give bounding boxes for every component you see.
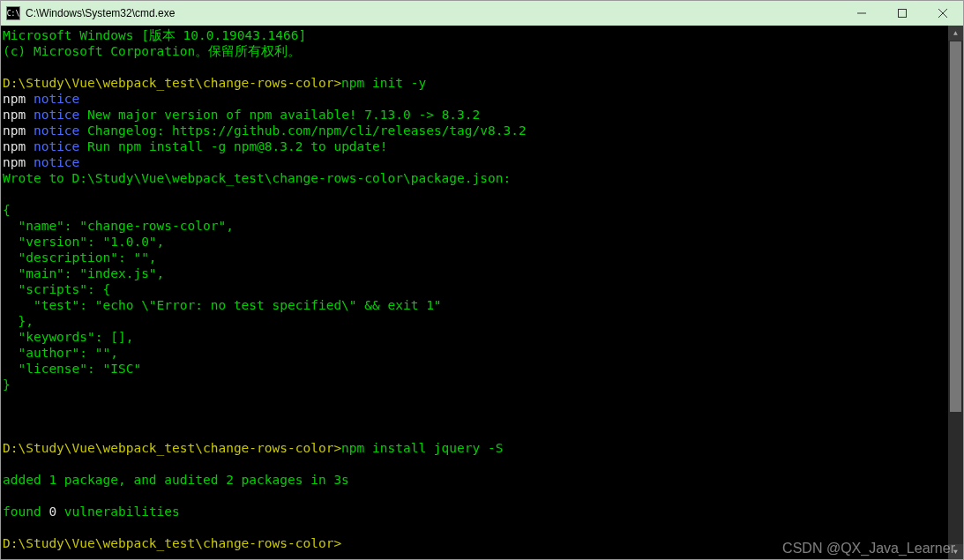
terminal-output[interactable]: Microsoft Windows [版本 10.0.19043.1466] (… — [1, 26, 948, 559]
notice-text: Run npm install -g npm@8.3.2 to update! — [87, 139, 387, 153]
wrote-to-line: Wrote to D:\Study\Vue\webpack_test\chang… — [3, 171, 511, 185]
json-line: "scripts": { — [3, 282, 110, 296]
scrollbar-thumb[interactable] — [950, 41, 961, 412]
command-text: npm install jquery -S — [341, 441, 503, 455]
json-line: "test": "echo \"Error: no test specified… — [3, 298, 442, 312]
app-icon: C:\ — [6, 6, 20, 20]
window-buttons — [841, 1, 963, 26]
notice-label: notice — [34, 123, 79, 138]
install-result: added 1 package, and audited 2 packages … — [3, 473, 349, 487]
json-line: "description": "", — [3, 250, 157, 265]
npm-label: npm — [3, 139, 26, 153]
notice-label: notice — [34, 155, 79, 169]
json-line: "main": "index.js", — [3, 266, 164, 280]
svg-rect-1 — [899, 10, 907, 18]
terminal-area: Microsoft Windows [版本 10.0.19043.1466] (… — [1, 26, 963, 559]
os-header-line: Microsoft Windows [版本 10.0.19043.1466] — [3, 28, 306, 42]
vertical-scrollbar[interactable]: ▲ ▼ — [948, 26, 963, 559]
npm-label: npm — [3, 123, 26, 138]
npm-label: npm — [3, 92, 26, 106]
npm-label: npm — [3, 108, 26, 122]
json-line: "author": "", — [3, 346, 118, 360]
copyright-line: (c) Microsoft Corporation。保留所有权利。 — [3, 44, 301, 58]
titlebar[interactable]: C:\ C:\Windows\System32\cmd.exe — [1, 1, 963, 26]
prompt-path: D:\Study\Vue\webpack_test\change-rows-co… — [3, 441, 341, 455]
scroll-down-button[interactable]: ▼ — [948, 544, 963, 559]
cmd-window: C:\ C:\Windows\System32\cmd.exe Microsof… — [0, 0, 964, 560]
vuln-text: found — [3, 504, 49, 519]
prompt-path: D:\Study\Vue\webpack_test\change-rows-co… — [3, 536, 341, 550]
prompt-path: D:\Study\Vue\webpack_test\change-rows-co… — [3, 76, 341, 90]
scroll-up-button[interactable]: ▲ — [948, 26, 963, 41]
notice-text: New major version of npm available! 7.13… — [87, 108, 480, 122]
notice-text: Changelog: https://github.com/npm/cli/re… — [87, 123, 527, 138]
json-line: "keywords": [], — [3, 330, 133, 344]
notice-label: notice — [34, 139, 79, 153]
json-line: { — [3, 203, 11, 217]
notice-label: notice — [34, 108, 79, 122]
json-line: } — [3, 377, 11, 392]
close-button[interactable] — [923, 1, 963, 26]
window-title: C:\Windows\System32\cmd.exe — [26, 7, 841, 19]
json-line: "name": "change-rows-color", — [3, 219, 234, 233]
json-line: "version": "1.0.0", — [3, 235, 164, 249]
json-line: }, — [3, 314, 34, 328]
maximize-button[interactable] — [882, 1, 923, 26]
minimize-button[interactable] — [841, 1, 882, 26]
notice-label: notice — [34, 92, 79, 106]
vuln-count: 0 — [49, 504, 56, 519]
npm-label: npm — [3, 155, 26, 169]
json-line: "license": "ISC" — [3, 362, 141, 376]
vuln-text: vulnerabilities — [56, 504, 180, 519]
command-text: npm init -y — [341, 76, 426, 90]
